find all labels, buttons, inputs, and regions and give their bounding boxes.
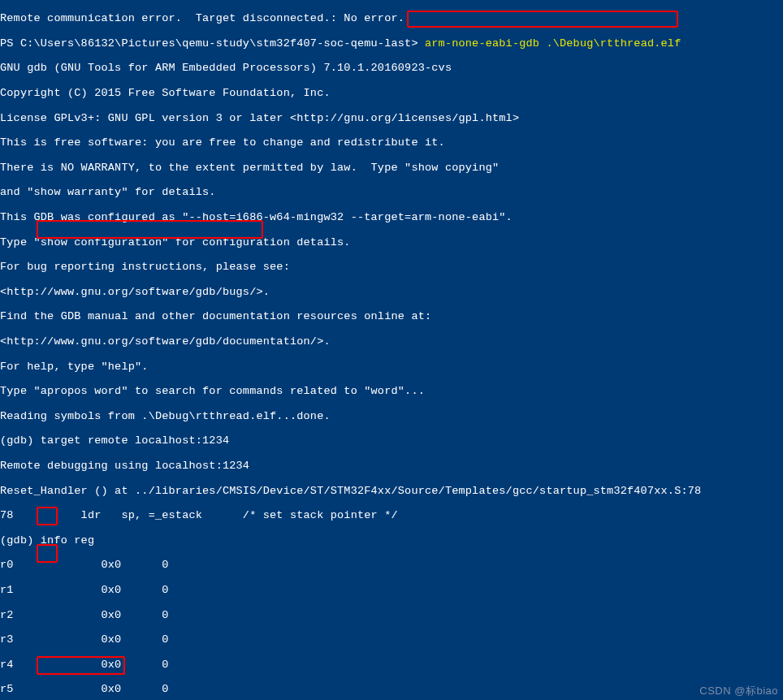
register-row: r5 0x0 0	[0, 683, 783, 695]
line: There is NO WARRANTY, to the extent perm…	[0, 162, 783, 174]
register-row: r0 0x0 0	[0, 559, 783, 571]
register-row: r2 0x0 0	[0, 609, 783, 621]
command-text: arm-none-eabi-gdb .\Debug\rtthread.elf	[425, 37, 681, 50]
gdb-prompt: (gdb) target remote localhost:1234	[0, 434, 783, 447]
line: Remote debugging using localhost:1234	[0, 460, 783, 472]
line: Reading symbols from .\Debug\rtthread.el…	[0, 410, 783, 422]
register-row: r4 0x0 0	[0, 659, 783, 671]
line: Reset_Handler () at ../libraries/CMSIS/D…	[0, 485, 783, 497]
line: and "show warranty" for details.	[0, 186, 783, 198]
line: 78 ldr sp, =_estack /* set stack pointer…	[0, 509, 783, 521]
register-row: r3 0x0 0	[0, 633, 783, 646]
prompt-line: PS C:\Users\86132\Pictures\qemu-study\st…	[0, 37, 783, 50]
line: For help, type "help".	[0, 361, 783, 373]
watermark: CSDN @标biao	[699, 685, 778, 697]
line: <http://www.gnu.org/software/gdb/bugs/>.	[0, 286, 783, 298]
line: This is free software: you are free to c…	[0, 136, 783, 149]
line: Find the GDB manual and other documentat…	[0, 310, 783, 322]
line: <http://www.gnu.org/software/gdb/documen…	[0, 335, 783, 348]
terminal-output[interactable]: Remote communication error. Target disco…	[0, 0, 783, 700]
register-row: r1 0x0 0	[0, 584, 783, 596]
line: Type "apropos word" to search for comman…	[0, 385, 783, 397]
line: This GDB was configured as "--host=i686-…	[0, 211, 783, 223]
line: GNU gdb (GNU Tools for ARM Embedded Proc…	[0, 62, 783, 74]
line: Remote communication error. Target disco…	[0, 12, 783, 24]
gdb-prompt: (gdb) info reg	[0, 534, 783, 547]
line: Type "show configuration" for configurat…	[0, 236, 783, 248]
line: Copyright (C) 2015 Free Software Foundat…	[0, 87, 783, 99]
line: For bug reporting instructions, please s…	[0, 261, 783, 273]
line: License GPLv3+: GNU GPL version 3 or lat…	[0, 112, 783, 124]
